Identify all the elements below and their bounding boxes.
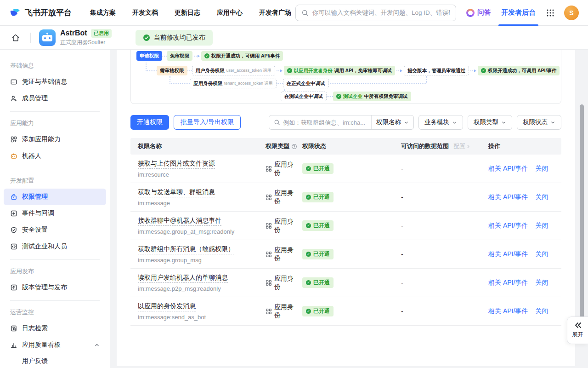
permission-type: 应用身份 xyxy=(266,218,302,234)
permission-type: 应用身份 xyxy=(266,246,302,263)
global-search-input[interactable] xyxy=(312,9,450,16)
sidebar-subitem-user-feedback[interactable]: 用户反馈 xyxy=(4,353,106,368)
open-permission-button[interactable]: 开通权限 xyxy=(130,115,169,130)
permission-name[interactable]: 获取与发送单聊、群组消息 xyxy=(138,188,215,197)
related-api-link[interactable]: 相关 API/事件 xyxy=(488,307,528,316)
sidebar-item-security[interactable]: 安全设置 xyxy=(4,222,106,238)
status-badge: ✓已开通 xyxy=(302,192,334,202)
related-api-link[interactable]: 相关 API/事件 xyxy=(488,165,528,173)
platform-logo[interactable]: 飞书开放平台 xyxy=(9,7,72,19)
sidebar-item-bot[interactable]: 机器人 xyxy=(4,148,106,164)
close-permission-link[interactable]: 关闭 xyxy=(535,307,548,316)
event-callback-icon xyxy=(10,210,17,217)
permission-search-input[interactable] xyxy=(283,119,367,126)
close-permission-link[interactable]: 关闭 xyxy=(535,250,548,259)
app-identity-icon xyxy=(266,280,272,286)
divider xyxy=(10,259,100,260)
nav-item-docs[interactable]: 开发文档 xyxy=(132,9,158,17)
shield-check-icon xyxy=(10,226,17,234)
data-scope: - xyxy=(401,279,488,287)
app-identity-icon xyxy=(266,166,272,172)
nav-item-app-center[interactable]: 应用中心 xyxy=(217,9,243,17)
flow-user-perm-node: 用户身份权限user_access_token 调用 xyxy=(192,66,275,75)
qa-link[interactable]: 问答 xyxy=(466,8,491,17)
user-avatar[interactable]: S xyxy=(564,6,579,20)
sidebar-item-log-search[interactable]: 日志检索 xyxy=(4,320,106,337)
flow-row-tenant: 应用身份权限tenant_access_token 调用 在正式企业中调试 xyxy=(190,79,329,88)
status-badge: ✓已开通 xyxy=(302,249,334,259)
flow-test-debug-node: 在测试企业中调试 xyxy=(281,92,327,101)
check-icon: ✓ xyxy=(306,223,311,228)
related-api-link[interactable]: 相关 API/事件 xyxy=(488,279,528,287)
flow-row-no-review: 免审权限 ✓ 权限开通成功，可调用 API/事件 xyxy=(167,51,283,61)
robot-icon xyxy=(10,152,17,160)
app-identity-icon xyxy=(266,223,272,229)
sidebar-item-permissions[interactable]: 权限管理 xyxy=(4,189,106,205)
filter-permission-status[interactable]: 权限状态 xyxy=(517,115,561,130)
top-navbar: 飞书开放平台 集成方案 开发文档 更新日志 应用中心 开发者广场 问答 开发者后… xyxy=(0,0,588,26)
sidebar-item-events[interactable]: 事件与回调 xyxy=(4,205,106,222)
flow-test-free-node: ✓ 测试企业中所有权限免审调试 xyxy=(333,92,411,101)
chevron-up-icon[interactable] xyxy=(94,342,100,348)
published-banner: 当前修改均已发布 xyxy=(136,30,213,46)
flow-arrow-icon xyxy=(470,69,476,72)
expand-panel-tab[interactable]: 展开 xyxy=(567,316,588,344)
sidebar-item-version-release[interactable]: 版本管理与发布 xyxy=(4,279,106,296)
app-identity-icon xyxy=(266,308,272,315)
app-name: AstrBot xyxy=(60,29,87,37)
check-icon: ✓ xyxy=(287,68,292,73)
tab-developer-console[interactable]: 开发者后台 xyxy=(501,0,536,26)
flow-no-review-node: 免审权限 xyxy=(167,51,192,61)
permission-name[interactable]: 以应用的身份发消息 xyxy=(138,302,196,311)
batch-import-export-button[interactable]: 批量导入/导出权限 xyxy=(174,115,241,130)
sidebar-item-add-capability[interactable]: 添加应用能力 xyxy=(4,131,106,148)
filter-permission-type[interactable]: 权限类型 xyxy=(468,115,512,130)
chevron-down-icon xyxy=(452,120,457,125)
close-permission-link[interactable]: 关闭 xyxy=(535,279,548,287)
help-icon[interactable] xyxy=(291,144,297,150)
home-icon[interactable] xyxy=(9,31,22,44)
status-badge: ✓已开通 xyxy=(302,306,334,316)
table-row: 读取用户发给机器人的单聊消息 im:message.p2p_msg:readon… xyxy=(130,269,561,297)
nav-item-solutions[interactable]: 集成方案 xyxy=(90,9,116,17)
qa-label: 问答 xyxy=(477,8,491,17)
double-chevron-left-icon xyxy=(574,322,582,328)
nav-item-dev-plaza[interactable]: 开发者广场 xyxy=(259,9,291,17)
apps-grid-icon[interactable] xyxy=(546,8,555,17)
nav-item-changelog[interactable]: 更新日志 xyxy=(175,9,200,17)
permission-name[interactable]: 获取群组中所有消息（敏感权限） xyxy=(138,245,234,254)
sidebar-item-test-org[interactable]: 测试企业和人员 xyxy=(4,238,106,255)
check-icon: ✓ xyxy=(306,280,311,285)
permission-name[interactable]: 接收群聊中@机器人消息事件 xyxy=(138,217,221,226)
add-capability-icon xyxy=(10,136,17,143)
sidebar-item-quality-dashboard[interactable]: 应用质量看板 xyxy=(4,337,106,353)
filter-business-module[interactable]: 业务模块 xyxy=(418,115,463,130)
close-permission-link[interactable]: 关闭 xyxy=(535,222,548,230)
data-scope: - xyxy=(401,251,488,258)
app-subtitle: 正式应用@Soulter xyxy=(60,39,112,46)
permission-name[interactable]: 获取与上传图片或文件资源 xyxy=(138,160,215,169)
sidebar: 基础信息 凭证与基础信息 成员管理 应用能力 xyxy=(0,50,110,368)
close-permission-link[interactable]: 关闭 xyxy=(535,193,548,201)
permission-name[interactable]: 读取用户发给机器人的单聊消息 xyxy=(138,274,228,283)
col-data-scope: 可访问的数据范围 配置 xyxy=(401,142,488,150)
section-label-basic: 基础信息 xyxy=(10,62,100,70)
close-permission-link[interactable]: 关闭 xyxy=(535,165,548,173)
divider xyxy=(10,111,100,112)
col-action: 操作 xyxy=(488,142,561,150)
flow-formal-debug-node: 在正式企业中调试 xyxy=(283,79,329,88)
check-circle-icon xyxy=(143,34,150,41)
related-api-link[interactable]: 相关 API/事件 xyxy=(488,250,528,259)
permission-lock-icon xyxy=(10,193,17,201)
flow-ok2-node: ✓ 权限开通成功，可调用 API/事件 xyxy=(478,66,560,75)
app-identity-icon xyxy=(266,194,272,201)
scrollbar-thumb[interactable] xyxy=(580,104,584,324)
flow-row-test: 在测试企业中调试 ✓ 测试企业中所有权限免审调试 xyxy=(281,92,411,101)
app-identity-icon xyxy=(266,251,272,258)
related-api-link[interactable]: 相关 API/事件 xyxy=(488,222,528,230)
related-api-link[interactable]: 相关 API/事件 xyxy=(488,193,528,201)
global-search[interactable] xyxy=(295,5,456,21)
sidebar-item-members[interactable]: 成员管理 xyxy=(4,90,106,107)
sidebar-item-credentials[interactable]: 凭证与基础信息 xyxy=(4,74,106,90)
search-field-select[interactable]: 权限名称 xyxy=(371,115,413,129)
